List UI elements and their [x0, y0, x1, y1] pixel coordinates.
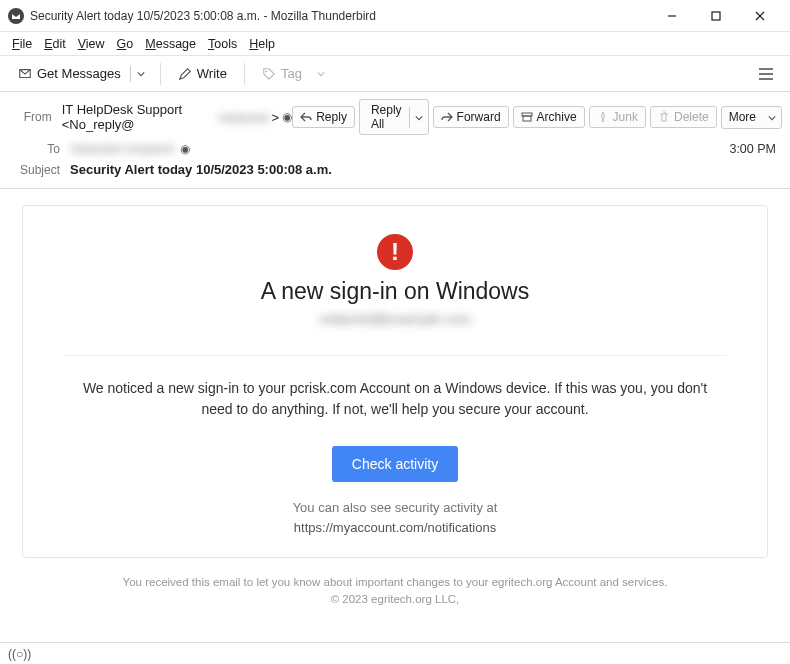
contact-icon[interactable]: ◉: [180, 142, 190, 156]
svg-point-4: [265, 70, 267, 72]
message-header: From IT HelpDesk Support <No_reply@redac…: [0, 92, 790, 189]
menu-file[interactable]: File: [8, 35, 36, 53]
sub-note: You can also see security activity at ht…: [63, 498, 727, 537]
get-messages-dropdown[interactable]: [130, 66, 151, 82]
write-label: Write: [197, 66, 227, 81]
email-card: ! A new sign-in on Windows redacted@exam…: [22, 205, 768, 558]
minimize-button[interactable]: [650, 2, 694, 30]
menu-go[interactable]: Go: [113, 35, 138, 53]
separator: [160, 63, 161, 85]
tag-dropdown[interactable]: [311, 66, 331, 82]
trash-icon: [658, 111, 670, 123]
contact-icon[interactable]: ◉: [282, 110, 292, 124]
to-label: To: [8, 142, 70, 156]
action-row: Reply Reply All Forward Archive Junk: [292, 99, 782, 135]
from-value: IT HelpDesk Support <No_reply@redacted> …: [62, 102, 292, 132]
more-button[interactable]: More: [721, 106, 782, 129]
flame-icon: [597, 111, 609, 123]
to-value: redacted-recipient ◉: [70, 141, 190, 156]
menu-message[interactable]: Message: [141, 35, 200, 53]
app-icon: [8, 8, 24, 24]
delete-button[interactable]: Delete: [650, 106, 717, 128]
divider: [63, 355, 727, 356]
reply-all-dropdown[interactable]: [409, 107, 428, 128]
reply-icon: [300, 111, 312, 123]
reply-button[interactable]: Reply: [292, 106, 355, 128]
window-title: Security Alert today 10/5/2023 5:00:08 a…: [30, 9, 650, 23]
message-time: 3:00 PM: [729, 142, 782, 156]
menu-help[interactable]: Help: [245, 35, 279, 53]
alert-icon: !: [377, 234, 413, 270]
write-button[interactable]: Write: [169, 61, 236, 86]
maximize-button[interactable]: [694, 2, 738, 30]
toolbar: Get Messages Write Tag: [0, 56, 790, 92]
check-activity-button[interactable]: Check activity: [332, 446, 458, 482]
menu-view[interactable]: View: [74, 35, 109, 53]
separator: [244, 63, 245, 85]
email-body-text: We noticed a new sign-in to your pcrisk.…: [75, 378, 715, 420]
title-bar: Security Alert today 10/5/2023 5:00:08 a…: [0, 0, 790, 32]
svg-rect-9: [523, 116, 531, 121]
menu-tools[interactable]: Tools: [204, 35, 241, 53]
subject-value: Security Alert today 10/5/2023 5:00:08 a…: [70, 162, 332, 177]
app-menu-button[interactable]: [750, 62, 782, 86]
more-dropdown[interactable]: [763, 107, 781, 128]
tag-icon: [262, 67, 276, 81]
status-bar: ((○)): [0, 642, 790, 664]
message-body: ! A new sign-in on Windows redacted@exam…: [0, 189, 790, 621]
get-messages-button[interactable]: Get Messages: [9, 61, 130, 86]
email-heading: A new sign-in on Windows: [63, 278, 727, 305]
forward-button[interactable]: Forward: [433, 106, 509, 128]
menu-edit[interactable]: Edit: [40, 35, 70, 53]
reply-all-button[interactable]: Reply All: [359, 99, 429, 135]
tag-button[interactable]: Tag: [253, 61, 311, 86]
junk-button[interactable]: Junk: [589, 106, 646, 128]
close-button[interactable]: [738, 2, 782, 30]
download-mail-icon: [18, 67, 32, 81]
menu-bar: File Edit View Go Message Tools Help: [0, 32, 790, 56]
email-account-redacted: redacted@example.com: [319, 311, 471, 327]
archive-button[interactable]: Archive: [513, 106, 585, 128]
activity-icon: ((○)): [8, 647, 31, 661]
from-label: From: [8, 110, 62, 124]
subject-label: Subject: [8, 163, 70, 177]
notifications-link[interactable]: https://myaccount.com/notifications: [294, 520, 496, 535]
pencil-icon: [178, 67, 192, 81]
forward-icon: [441, 111, 453, 123]
get-messages-label: Get Messages: [37, 66, 121, 81]
tag-label: Tag: [281, 66, 302, 81]
email-footer: You received this email to let you know …: [22, 574, 768, 609]
svg-rect-1: [712, 12, 720, 20]
archive-icon: [521, 111, 533, 123]
